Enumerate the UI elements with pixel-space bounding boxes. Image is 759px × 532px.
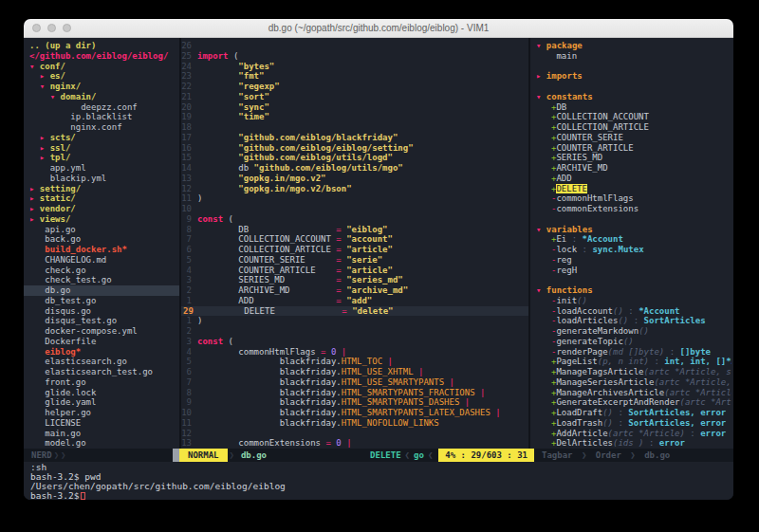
nerdtree-panel[interactable]: .. (up a dir)</github.com/eiblog/eiblog/… (24, 38, 179, 449)
editor-line[interactable]: 8 blackfriday.HTML_SMARTYPANTS_FRACTIONS… (181, 388, 528, 398)
tree-item[interactable]: glide.lock (24, 388, 179, 398)
tree-item[interactable]: elasticsearch.go (24, 357, 179, 367)
tree-item[interactable]: .. (up a dir) (24, 41, 179, 51)
tree-item[interactable]: check.go (24, 266, 179, 276)
tagbar-item[interactable]: +LoadTrash() : SortArticles, error (530, 418, 731, 429)
tree-item[interactable]: Dockerfile (24, 337, 179, 347)
tree-item[interactable]: eiblog* (24, 347, 179, 358)
terminal[interactable]: :shbash-3.2$ pwd/Users/chen/gopath/src/g… (24, 462, 733, 500)
editor-line[interactable]: 21 "sort" (181, 92, 528, 102)
tree-item[interactable]: ip.blacklist (24, 112, 179, 122)
editor-line[interactable]: 13 commonExtensions = 0 | (181, 438, 528, 449)
tree-item-selected[interactable]: db.go (24, 285, 179, 296)
tagbar-item[interactable]: +PageList(p, n int) : int, int, []*Ar (530, 357, 731, 367)
tree-item[interactable]: build_docker.sh* (24, 245, 179, 255)
tree-item[interactable]: LICENSE (24, 418, 179, 429)
tree-item[interactable]: docker-compose.yml (24, 326, 179, 337)
editor-line[interactable]: 8 DB = "eiblog" (181, 225, 528, 235)
editor-line[interactable]: 20 "sync" (181, 102, 528, 113)
editor-line-current[interactable]: 29 DELETE = "delete" (181, 306, 528, 317)
tagbar-section-constants[interactable]: ▾ constants (530, 92, 731, 102)
tagbar-item[interactable]: +COLLECTION_ACCOUNT (530, 112, 731, 122)
tree-item[interactable]: check_test.go (24, 275, 179, 285)
editor-line[interactable]: 10 (181, 204, 528, 214)
tree-item[interactable]: CHANGELOG.md (24, 255, 179, 266)
tree-item[interactable]: ▾ domain/ (24, 92, 179, 102)
tree-item[interactable]: ▸ views/ (24, 214, 179, 225)
tagbar-item[interactable]: +COLLECTION_ARTICLE (530, 122, 731, 133)
tree-item[interactable]: app.yml (24, 163, 179, 174)
tree-item[interactable]: ▸ es/ (24, 71, 179, 82)
editor-line[interactable]: 25import ( (181, 51, 528, 62)
editor-line[interactable]: 5 blackfriday.HTML_TOC | (181, 357, 528, 367)
tagbar-item[interactable]: +ManageArchivesArticle(artc *Article, (530, 388, 731, 398)
tree-item[interactable]: ▾ nginx/ (24, 82, 179, 92)
tree-item[interactable]: ▸ static/ (24, 193, 179, 204)
tree-item[interactable]: nginx.conf (24, 122, 179, 133)
editor-line[interactable]: 6 blackfriday.HTML_USE_XHTML | (181, 367, 528, 377)
editor-line[interactable]: 3const ( (181, 337, 528, 347)
editor-line[interactable]: 1 ADD = "add" (181, 296, 528, 306)
editor-line[interactable]: 16 "github.com/eiblog/eiblog/setting" (181, 143, 528, 154)
tagbar-panel[interactable]: ▾ package main ▸ imports ▾ constants+DB+… (530, 38, 731, 449)
tagbar-item[interactable]: +ManageTagsArticle(artc *Article, s b (530, 367, 731, 377)
tagbar-item[interactable]: +COUNTER_ARTICLE (530, 143, 731, 154)
tree-item[interactable]: ▸ vendor/ (24, 204, 179, 214)
editor-line[interactable]: 9 blackfriday.HTML_SMARTYPANTS_DASHES | (181, 397, 528, 408)
tagbar-item[interactable]: -init() (530, 296, 731, 306)
tree-item[interactable]: ▾ conf/ (24, 62, 179, 72)
tagbar-section-package[interactable]: ▾ package (530, 41, 731, 51)
tree-item[interactable]: glide.yaml (24, 397, 179, 408)
editor-line[interactable]: 2 ARCHIVE_MD = "archive_md" (181, 285, 528, 296)
editor-line[interactable]: 11) (181, 193, 528, 204)
editor-line[interactable]: 13 "gopkg.in/mgo.v2" (181, 174, 528, 184)
editor-line[interactable]: 6 COLLECTION_ARTICLE = "article" (181, 245, 528, 255)
tree-item[interactable]: ▸ tpl/ (24, 153, 179, 163)
tagbar-item[interactable]: -loadAccount() : *Account (530, 306, 731, 317)
tagbar-item[interactable]: -generateMarkdown() (530, 326, 731, 337)
editor-line[interactable]: 19 "time" (181, 112, 528, 122)
tree-item[interactable]: </github.com/eiblog/eiblog/ (24, 51, 179, 62)
editor-line[interactable]: 26 (181, 41, 528, 51)
tagbar-item[interactable]: +SERIES_MD (530, 153, 731, 163)
tree-item[interactable]: blackip.yml (24, 174, 179, 184)
tagbar-item[interactable]: +LoadDraft() : SortArticles, error (530, 408, 731, 418)
tagbar-item[interactable]: +DELETE (530, 184, 731, 194)
editor-line[interactable]: 1) (181, 316, 528, 326)
editor-line[interactable]: 11 blackfriday.HTML_NOFOLLOW_LINKS (181, 418, 528, 429)
editor-line[interactable]: 22 "regexp" (181, 82, 528, 92)
editor-line[interactable]: 7 blackfriday.HTML_USE_SMARTYPANTS | (181, 377, 528, 388)
tagbar-item[interactable]: main (530, 51, 731, 62)
tagbar-item[interactable]: +DB (530, 102, 731, 113)
tagbar-item[interactable]: +COUNTER_SERIE (530, 133, 731, 143)
tagbar-item[interactable]: +AddArticle(artc *Article) : error (530, 429, 731, 439)
editor-line[interactable]: 7 COLLECTION_ACCOUNT = "account" (181, 234, 528, 245)
editor-line[interactable]: 12 (181, 429, 528, 439)
tagbar-item[interactable]: -renderPage(md []byte) : []byte (530, 347, 731, 358)
tagbar-item[interactable]: +DelArticles(ids ) : error (530, 438, 731, 449)
editor-line[interactable]: 23 "fmt" (181, 71, 528, 82)
editor-line[interactable]: 15 "github.com/eiblog/utils/logd" (181, 153, 528, 163)
tagbar-item[interactable]: +ADD (530, 174, 731, 184)
editor-line[interactable]: 4 commonHtmlFlags = 0 | (181, 347, 528, 358)
editor-panel[interactable]: 2625import (24 "bytes"23 "fmt"22 "regexp… (181, 38, 528, 449)
editor-line[interactable]: 3 SERIES_MD = "series_md" (181, 275, 528, 285)
tagbar-item[interactable]: -reg (530, 255, 731, 266)
tagbar-item[interactable]: -regH (530, 266, 731, 276)
tree-item[interactable]: db_test.go (24, 296, 179, 306)
tagbar-section-variables[interactable]: ▾ variables (530, 225, 731, 235)
editor-line[interactable]: 5 COUNTER_SERIE = "serie" (181, 255, 528, 266)
editor-line[interactable]: 12 "gopkg.in/mgo.v2/bson" (181, 184, 528, 194)
tree-item[interactable]: helper.go (24, 408, 179, 418)
tree-item[interactable]: api.go (24, 225, 179, 235)
editor-line[interactable]: 4 COUNTER_ARTICLE = "article" (181, 266, 528, 276)
tree-item[interactable]: main.go (24, 429, 179, 439)
tagbar-section-functions[interactable]: ▾ functions (530, 285, 731, 296)
tagbar-item[interactable]: +ARCHIVE_MD (530, 163, 731, 174)
editor-line[interactable]: 10 blackfriday.HTML_SMARTYPANTS_LATEX_DA… (181, 408, 528, 418)
tagbar-item[interactable]: +Ei : *Account (530, 234, 731, 245)
tagbar-item[interactable]: -lock : sync.Mutex (530, 245, 731, 255)
tree-item[interactable]: disqus.go (24, 306, 179, 317)
editor-line[interactable]: 9const ( (181, 214, 528, 225)
tree-item[interactable]: ▸ ssl/ (24, 143, 179, 154)
